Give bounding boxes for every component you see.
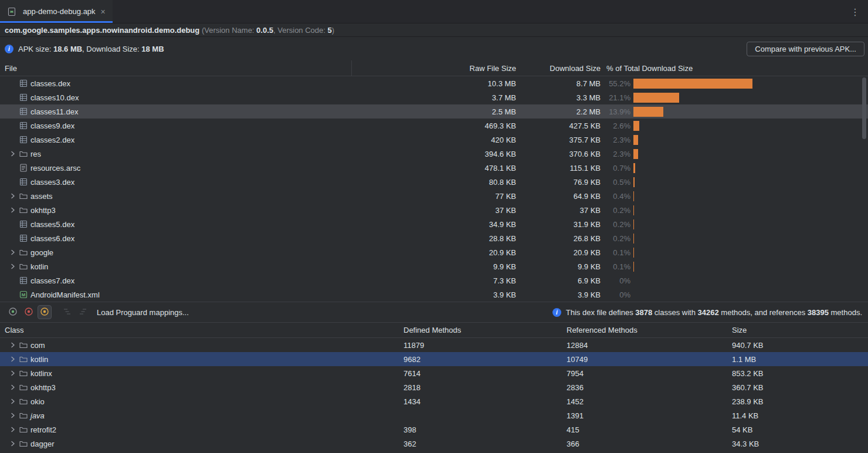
class-table-row[interactable]: okio14341452238.9 KB xyxy=(0,394,868,408)
dex-referenced-count: 38395 xyxy=(808,308,829,317)
referenced-nodes-icon xyxy=(40,307,49,318)
version-code-label: , Version Code: xyxy=(273,26,328,35)
file-table-row[interactable]: classes7.dex7.3 KB6.9 KB0% xyxy=(0,273,868,288)
referenced-methods-cell: 1452 xyxy=(562,397,727,406)
raw-file-size-cell: 2.5 MB xyxy=(352,107,516,116)
load-proguard-mappings-button[interactable]: Load Proguard mappings... xyxy=(97,308,189,317)
file-table-row[interactable]: google20.9 KB20.9 KB0.1% xyxy=(0,245,868,259)
chevron-right-icon[interactable] xyxy=(7,411,19,420)
vertical-scrollbar[interactable] xyxy=(862,77,866,139)
file-table-row[interactable]: kotlin9.9 KB9.9 KB0.1% xyxy=(0,259,868,273)
chevron-right-icon[interactable] xyxy=(7,425,19,434)
file-name-label: kotlin xyxy=(30,262,48,271)
file-table-row[interactable]: classes9.dex469.3 KB427.5 KB2.6% xyxy=(0,119,868,133)
chevron-right-icon[interactable] xyxy=(7,369,19,378)
file-table-row[interactable]: classes2.dex420 KB375.7 KB2.3% xyxy=(0,133,868,147)
chevron-right-icon[interactable] xyxy=(7,149,19,158)
size-cell: 11.4 KB xyxy=(727,411,868,420)
svg-text:M: M xyxy=(22,292,26,298)
toggle-removed-nodes-button[interactable] xyxy=(22,305,36,319)
class-table-row[interactable]: okhttp328182836360.7 KB xyxy=(0,380,868,394)
file-table-row[interactable]: okhttp337 KB37 KB0.2% xyxy=(0,203,868,217)
download-size-cell: 20.9 KB xyxy=(516,248,601,257)
chevron-right-icon[interactable] xyxy=(7,262,19,271)
version-code-value: 5 xyxy=(328,26,332,35)
raw-file-size-cell: 77 KB xyxy=(352,192,516,201)
toggle-referenced-nodes-button[interactable] xyxy=(38,305,52,319)
percent-bar xyxy=(633,217,849,231)
folder-icon xyxy=(19,191,28,201)
percent-bar-fill xyxy=(633,149,638,159)
version-name-label: (Version Name: xyxy=(199,26,256,35)
percent-cell: 2.3% xyxy=(601,136,633,144)
download-size-cell: 115.1 KB xyxy=(516,164,601,173)
collapse-all-icon xyxy=(79,307,88,318)
compare-previous-apk-button[interactable]: Compare with previous APK... xyxy=(747,42,864,56)
percent-bar xyxy=(633,104,849,119)
chevron-right-icon[interactable] xyxy=(7,340,19,350)
file-table-row[interactable]: resources.arsc478.1 KB115.1 KB0.7% xyxy=(0,161,868,175)
file-table-row[interactable]: MAndroidManifest.xml3.9 KB3.9 KB0% xyxy=(0,288,868,302)
class-name-cell: com xyxy=(0,340,399,350)
chevron-right-icon[interactable] xyxy=(7,439,19,448)
class-table-row[interactable]: kotlin9682107491.1 MB xyxy=(0,352,868,366)
file-table-row[interactable]: classes10.dex3.7 MB3.3 MB21.1% xyxy=(0,90,868,104)
file-table-row[interactable]: res394.6 KB370.6 KB2.3% xyxy=(0,147,868,161)
percent-cell: 0.7% xyxy=(601,164,633,173)
raw-file-size-cell: 420 KB xyxy=(352,136,516,144)
download-size-cell: 76.9 KB xyxy=(516,178,601,187)
percent-cell: 0.2% xyxy=(601,206,633,215)
column-header-class[interactable]: Class xyxy=(0,326,399,334)
dex-info-mid1: classes with xyxy=(652,308,697,317)
raw-file-size-cell: 20.9 KB xyxy=(352,248,516,257)
file-table-row[interactable]: classes.dex10.3 MB8.7 MB55.2% xyxy=(0,76,868,90)
percent-cell: 0% xyxy=(601,276,633,285)
percent-bar xyxy=(633,175,849,189)
file-name-cell: MAndroidManifest.xml xyxy=(0,290,352,299)
percent-bar xyxy=(633,90,849,104)
file-table-row[interactable]: classes11.dex2.5 MB2.2 MB13.9% xyxy=(0,104,868,119)
class-table-row[interactable]: java139111.4 KB xyxy=(0,408,868,422)
file-name-label: classes9.dex xyxy=(30,121,74,130)
chevron-right-icon[interactable] xyxy=(7,383,19,392)
tab-apk-file[interactable]: app-demo-debug.apk × xyxy=(0,0,113,23)
class-name-label: kotlin xyxy=(30,355,48,364)
file-table-row[interactable]: assets77 KB64.9 KB0.4% xyxy=(0,189,868,203)
column-header-size[interactable]: Size xyxy=(727,326,868,334)
file-table-row[interactable]: classes5.dex34.9 KB31.9 KB0.2% xyxy=(0,217,868,231)
toggle-defined-nodes-button[interactable] xyxy=(6,305,20,319)
column-header-referenced-methods[interactable]: Referenced Methods xyxy=(562,326,727,334)
class-name-label: dagger xyxy=(30,440,54,448)
chevron-right-icon[interactable] xyxy=(7,205,19,215)
class-table-row[interactable]: com1187912884940.7 KB xyxy=(0,338,868,352)
raw-file-size-cell: 28.8 KB xyxy=(352,234,516,243)
chevron-right-icon[interactable] xyxy=(7,397,19,406)
chevron-right-icon[interactable] xyxy=(7,191,19,201)
chevron-right-icon[interactable] xyxy=(7,248,19,257)
size-cell: 1.1 MB xyxy=(727,355,868,364)
class-name-label: okio xyxy=(30,397,45,406)
class-table-row[interactable]: retrofit239841554 KB xyxy=(0,422,868,437)
column-header-file[interactable]: File xyxy=(0,60,352,76)
dex-classes-count: 3878 xyxy=(635,308,652,317)
file-name-label: classes.dex xyxy=(30,79,70,88)
removed-nodes-icon xyxy=(24,307,33,318)
more-options-icon[interactable]: ⋮ xyxy=(850,0,860,23)
dex-icon xyxy=(19,93,28,102)
column-header-defined-methods[interactable]: Defined Methods xyxy=(399,326,562,334)
percent-cell: 0.1% xyxy=(601,248,633,257)
expand-all-button[interactable] xyxy=(60,305,74,319)
file-table-row[interactable]: classes3.dex80.8 KB76.9 KB0.5% xyxy=(0,175,868,189)
class-table-row[interactable]: dagger36236634.3 KB xyxy=(0,437,868,451)
column-header-raw-size[interactable]: Raw File Size xyxy=(352,64,516,73)
tab-close-icon[interactable]: × xyxy=(101,8,106,16)
file-name-label: classes5.dex xyxy=(30,220,74,229)
column-header-download-size[interactable]: Download Size xyxy=(516,64,601,73)
class-name-cell: retrofit2 xyxy=(0,425,399,434)
class-name-label: java xyxy=(30,411,45,420)
class-table-row[interactable]: kotlinx76147954853.2 KB xyxy=(0,366,868,380)
column-header-percent[interactable]: % of Total Download Size xyxy=(601,64,855,73)
collapse-all-button[interactable] xyxy=(76,305,90,319)
chevron-right-icon[interactable] xyxy=(7,354,19,364)
file-table-row[interactable]: classes6.dex28.8 KB26.8 KB0.2% xyxy=(0,231,868,245)
